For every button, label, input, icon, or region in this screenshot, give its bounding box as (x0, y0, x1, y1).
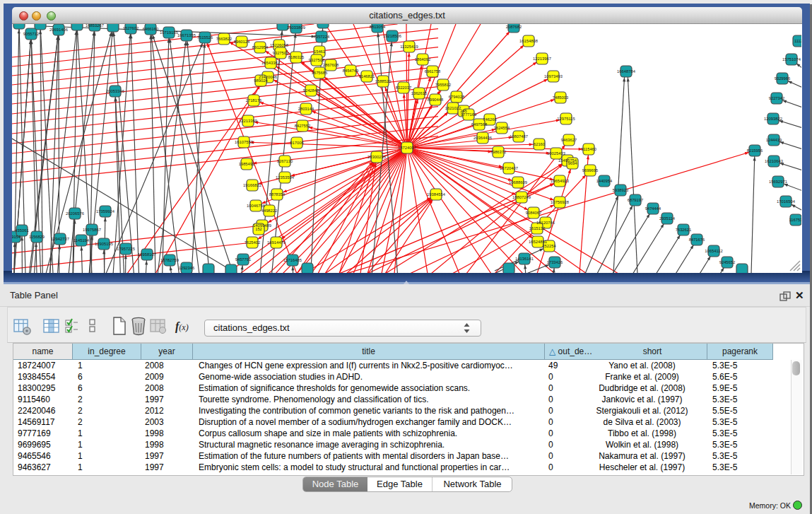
svg-text:9327508: 9327508 (309, 58, 325, 62)
svg-text:1362615: 1362615 (411, 91, 428, 95)
svg-text:2935114: 2935114 (659, 216, 676, 221)
svg-text:16210643: 16210643 (765, 159, 783, 163)
svg-text:20053346: 20053346 (106, 89, 124, 93)
svg-text:10807487: 10807487 (510, 134, 528, 139)
svg-text:17016504: 17016504 (777, 199, 796, 204)
svg-text:15461: 15461 (314, 49, 325, 54)
svg-text:9463627: 9463627 (561, 138, 577, 142)
svg-text:1985492: 1985492 (239, 162, 255, 166)
svg-text:3267130: 3267130 (277, 159, 293, 163)
svg-text:12905195: 12905195 (95, 242, 113, 246)
svg-text:9227342: 9227342 (769, 96, 785, 100)
svg-text:15692971: 15692971 (769, 180, 787, 184)
svg-text:9699695: 9699695 (582, 168, 599, 173)
svg-text:8471676: 8471676 (689, 238, 705, 242)
svg-text:9777169: 9777169 (461, 112, 477, 117)
svg-text:17359924: 17359924 (96, 209, 115, 214)
svg-text:10756928: 10756928 (551, 200, 569, 204)
svg-text:7955812: 7955812 (435, 83, 452, 87)
svg-text:10719155: 10719155 (160, 30, 178, 35)
svg-text:152: 152 (255, 227, 262, 231)
svg-text:16914479: 16914479 (267, 240, 286, 245)
svg-text:16543362: 16543362 (261, 61, 280, 65)
svg-text:7515526: 7515526 (197, 35, 213, 40)
svg-text:7625402: 7625402 (245, 240, 261, 245)
svg-text:8878354: 8878354 (269, 192, 286, 197)
svg-text:1733426: 1733426 (547, 260, 563, 264)
svg-text:1864092: 1864092 (415, 57, 431, 62)
svg-text:14136141: 14136141 (515, 257, 534, 261)
svg-text:20206576: 20206576 (66, 211, 84, 216)
svg-text:9457791: 9457791 (235, 257, 252, 262)
svg-text:16853267: 16853267 (86, 24, 104, 28)
svg-text:9146821: 9146821 (359, 74, 375, 78)
svg-text:19975867: 19975867 (83, 228, 101, 232)
svg-text:23300235: 23300235 (367, 155, 386, 159)
svg-text:15716485: 15716485 (283, 258, 302, 262)
svg-text:6879197: 6879197 (628, 198, 644, 202)
svg-text:252254: 252254 (542, 244, 556, 248)
svg-text:12975115: 12975115 (557, 117, 575, 121)
svg-text:9694: 9694 (568, 161, 578, 165)
svg-text:16648784: 16648784 (617, 69, 636, 74)
svg-text:15751074: 15751074 (782, 57, 801, 62)
svg-text:3624554: 3624554 (494, 126, 510, 130)
svg-text:1588520: 1588520 (375, 79, 392, 83)
svg-text:1244419: 1244419 (766, 138, 782, 142)
svg-text:7632621: 7632621 (676, 228, 692, 232)
svg-text:8813054: 8813054 (370, 25, 386, 29)
svg-text:9242848: 9242848 (303, 88, 319, 93)
svg-text:1145194: 1145194 (73, 238, 90, 243)
svg-text:8454749: 8454749 (343, 69, 359, 73)
svg-text:7663822: 7663822 (216, 37, 233, 41)
svg-text:9329966: 9329966 (775, 76, 791, 81)
svg-text:9474444: 9474444 (645, 206, 661, 211)
svg-text:6466160: 6466160 (143, 27, 159, 31)
svg-text:1615132: 1615132 (529, 226, 546, 230)
svg-text:20364436: 20364436 (473, 136, 492, 140)
svg-text:10958107: 10958107 (138, 252, 156, 257)
svg-text:16671355: 16671355 (177, 33, 196, 37)
svg-text:1112: 1112 (794, 39, 801, 43)
svg-text:20691406: 20691406 (49, 28, 68, 32)
svg-text:16033809: 16033809 (287, 25, 305, 30)
svg-text:8912954: 8912954 (252, 45, 269, 49)
svg-text:2803144: 2803144 (298, 107, 314, 111)
svg-text:8322037: 8322037 (396, 86, 412, 90)
svg-text:9115460: 9115460 (581, 147, 596, 151)
svg-text:8990448: 8990448 (428, 98, 444, 102)
svg-text:10025433: 10025433 (547, 151, 565, 156)
svg-text:7986372: 7986372 (490, 150, 507, 154)
svg-text:4498222: 4498222 (261, 209, 278, 213)
svg-text:5938923: 5938923 (613, 188, 629, 192)
svg-text:19654923: 19654923 (551, 179, 569, 183)
svg-text:8215956: 8215956 (747, 148, 763, 153)
svg-text:7357224: 7357224 (314, 35, 330, 39)
svg-text:16120746: 16120746 (536, 221, 555, 225)
svg-text:17957225: 17957225 (117, 247, 135, 251)
svg-text:18807249: 18807249 (512, 195, 531, 199)
svg-text:2087682: 2087682 (506, 25, 522, 29)
svg-text:12353594: 12353594 (276, 175, 295, 180)
svg-text:39154: 39154 (12, 235, 21, 239)
svg-text:10654112: 10654112 (705, 249, 722, 253)
svg-text:1440954: 1440954 (596, 179, 613, 183)
svg-text:1621022: 1621022 (445, 106, 461, 110)
svg-text:10973493: 10973493 (544, 74, 563, 78)
svg-text:10688609: 10688609 (509, 180, 527, 185)
svg-text:1292346: 1292346 (179, 266, 195, 270)
svg-text:62160: 62160 (534, 142, 545, 146)
svg-text:12213967: 12213967 (533, 57, 551, 61)
svg-text:8186325: 8186325 (288, 55, 305, 59)
svg-text:7485003: 7485003 (553, 95, 569, 100)
svg-text:19218506: 19218506 (383, 34, 401, 38)
svg-text:8427552: 8427552 (295, 124, 311, 128)
svg-text:435061: 435061 (15, 228, 28, 233)
svg-text:9055712: 9055712 (23, 32, 40, 36)
svg-text:19384554: 19384554 (427, 192, 446, 197)
svg-text:2718176: 2718176 (246, 98, 262, 103)
svg-text:9245652: 9245652 (719, 260, 736, 264)
svg-text:9327503: 9327503 (273, 51, 289, 55)
svg-text:746266: 746266 (483, 117, 496, 122)
svg-text:18724007: 18724007 (398, 146, 416, 150)
